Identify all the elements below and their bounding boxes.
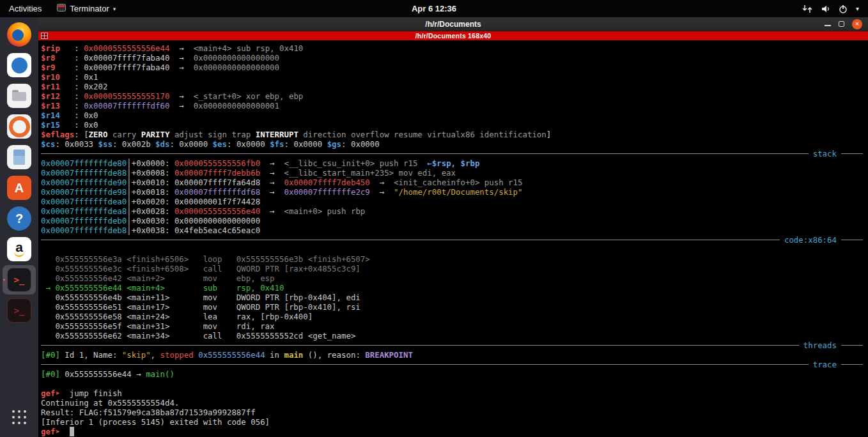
terminal-line: 0x555555556e62 <main+34> call 0x55555555… [41, 331, 863, 341]
section-label-trace: trace [809, 360, 841, 369]
dock-item-help[interactable] [3, 204, 36, 233]
terminal-line: 0x00007fffffffde98│+0x0018: 0x00007fffff… [41, 187, 863, 197]
terminal-line: $rip : 0x0000555555556e44 → <main+4> sub… [41, 43, 863, 53]
terminal-line: 0x555555556e58 <main+24> lea rax, [rbp-0… [41, 312, 863, 321]
running-indicator [3, 279, 5, 281]
window-title: /h/r/Documents [425, 20, 481, 29]
divider-line [841, 153, 863, 154]
terminal-line: $r14 : 0x0 [41, 111, 863, 120]
terminal-line: 0x00007fffffffdea8│+0x0028: 0x0000555555… [41, 206, 863, 216]
app-grid-icon [7, 405, 31, 429]
close-button[interactable]: × [852, 19, 862, 29]
status-icons: ▾ [802, 4, 868, 13]
amazon-icon [7, 237, 31, 261]
dock-item-firefox[interactable] [3, 20, 36, 49]
terminal-line: $r15 : 0x0 [41, 120, 863, 130]
section-label-code-x86-64: code:x86:64 [780, 235, 841, 245]
maximize-button[interactable] [839, 21, 844, 27]
terminal-line: gef➤ [41, 427, 863, 436]
software-icon [7, 176, 31, 200]
terminal-line: $r8 : 0x00007ffff7faba40 → 0x00000000000… [41, 53, 863, 63]
minimize-button[interactable] [825, 21, 831, 27]
terminal-line: $r12 : 0x0000555555555170 → <_start+0> x… [41, 91, 863, 101]
terminal-line: $r9 : 0x00007ffff7faba40 → 0x00000000000… [41, 63, 863, 72]
terminal-line: 0x555555556e5f <main+31> mov rdi, rax [41, 321, 863, 331]
terminal-line: stack [41, 149, 863, 158]
divider-line [841, 364, 863, 365]
section-label-stack: stack [809, 149, 841, 158]
volume-icon[interactable] [821, 4, 830, 13]
writer-icon [7, 145, 31, 169]
terminal-line: $eflags: [ZERO carry PARITY adjust sign … [41, 130, 863, 139]
files-icon [7, 84, 31, 108]
activities-button[interactable]: Activities [0, 0, 50, 17]
divider-line [41, 345, 799, 346]
divider-line [41, 153, 809, 154]
terminal-line: gef➤ jump finish [41, 388, 863, 398]
app-menu[interactable]: Terminator ▾ [50, 0, 122, 17]
dock [0, 17, 38, 437]
terminal-line: 0x555555556e3a <finish+6506> loop 0x5555… [41, 254, 863, 264]
section-label-threads: threads [799, 341, 841, 350]
terminal-line: Result: FLAG:f51579e9ca38ba87d71539a9992… [41, 408, 863, 417]
terminal-line [41, 379, 863, 388]
desktop: Activities Terminator ▾ Apr 6 12:36 ▾ /h… [0, 0, 868, 437]
divider-line [841, 345, 863, 346]
terminal-line: 0x00007fffffffde80│+0x0000: 0x0000555555… [41, 158, 863, 168]
terminator-alt-icon [7, 298, 31, 323]
dock-item-app-grid[interactable] [3, 402, 36, 432]
dock-item-software[interactable] [3, 173, 36, 203]
help-icon [7, 206, 31, 231]
terminal-line: $r10 : 0x1 [41, 72, 863, 82]
terminal-line: 0x00007fffffffdeb0│+0x0030: 0x0000000000… [41, 216, 863, 226]
terminal-line: 0x00007fffffffde90│+0x0010: 0x00007ffff7… [41, 178, 863, 187]
pane-group-icon [41, 33, 48, 39]
terminal-line: 0x00007fffffffdeb8│+0x0038: 0x4feb5eac4c… [41, 226, 863, 235]
terminal-line: 0x555555556e3c <finish+6508> call QWORD … [41, 264, 863, 273]
dock-item-terminator-alt[interactable] [3, 296, 36, 325]
terminal-line: [#0] Id 1, Name: "skip", stopped 0x55555… [41, 350, 863, 360]
rhythmbox-icon [7, 114, 31, 139]
dock-item-rhythmbox[interactable] [3, 112, 36, 141]
terminal-line: Continuing at 0x5555555554d4. [41, 398, 863, 408]
power-icon[interactable] [839, 4, 848, 13]
terminator-menu-icon [57, 4, 66, 13]
chevron-down-icon[interactable]: ▾ [856, 5, 859, 12]
terminal-cursor [70, 427, 74, 436]
window-titlebar[interactable]: /h/r/Documents × [38, 17, 868, 31]
terminal-line: 0x00007fffffffdea0│+0x0020: 0x00000001f7… [41, 197, 863, 206]
network-icon[interactable] [802, 4, 812, 13]
pane-title: /h/r/Documents 168x40 [415, 32, 492, 40]
terminal-line: [#0] 0x555555556e44 → main() [41, 369, 863, 379]
terminal-line: 0x555555556e4b <main+11> mov DWORD PTR [… [41, 293, 863, 302]
app-menu-caret-icon: ▾ [113, 6, 116, 12]
dock-item-files[interactable] [3, 81, 36, 111]
terminal-line: $r11 : 0x202 [41, 82, 863, 91]
divider-line [41, 364, 809, 365]
dock-item-amazon[interactable] [3, 234, 36, 264]
window-controls: × [825, 17, 862, 31]
dock-item-terminator[interactable] [3, 265, 36, 295]
terminal-line: 0x555555556e42 <main+2> mov ebp, esp [41, 273, 863, 283]
app-menu-label: Terminator [70, 4, 109, 13]
terminator-icon [7, 268, 31, 292]
thunderbird-icon [7, 53, 31, 77]
top-bar: Activities Terminator ▾ Apr 6 12:36 ▾ [0, 0, 868, 17]
terminal-line: 0x00007fffffffde88│+0x0008: 0x00007ffff7… [41, 168, 863, 178]
terminal-line: trace [41, 360, 863, 369]
terminal-line: $r13 : 0x00007fffffffdf60 → 0x0000000000… [41, 101, 863, 111]
terminal-line: threads [41, 341, 863, 350]
terminal-line: $cs: 0x0033 $ss: 0x002b $ds: 0x0000 $es:… [41, 139, 863, 149]
terminal-line: 0x555555556e51 <main+17> mov QWORD PTR [… [41, 302, 863, 312]
terminal-window: /h/r/Documents × /h/r/Documents 168x40 $… [38, 17, 868, 437]
clock[interactable]: Apr 6 12:36 [412, 4, 456, 13]
terminal-line: → 0x555555556e44 <main+4> sub rsp, 0x410 [41, 283, 863, 293]
divider-line [841, 240, 863, 240]
terminal-line [41, 245, 863, 254]
terminal-output[interactable]: $rip : 0x0000555555556e44 → <main+4> sub… [38, 40, 868, 437]
dock-item-writer[interactable] [3, 142, 36, 172]
dock-item-thunderbird[interactable] [3, 50, 36, 80]
terminal-line: code:x86:64 [41, 235, 863, 245]
divider-line [41, 240, 780, 240]
terminator-pane-titlebar[interactable]: /h/r/Documents 168x40 [38, 31, 868, 40]
